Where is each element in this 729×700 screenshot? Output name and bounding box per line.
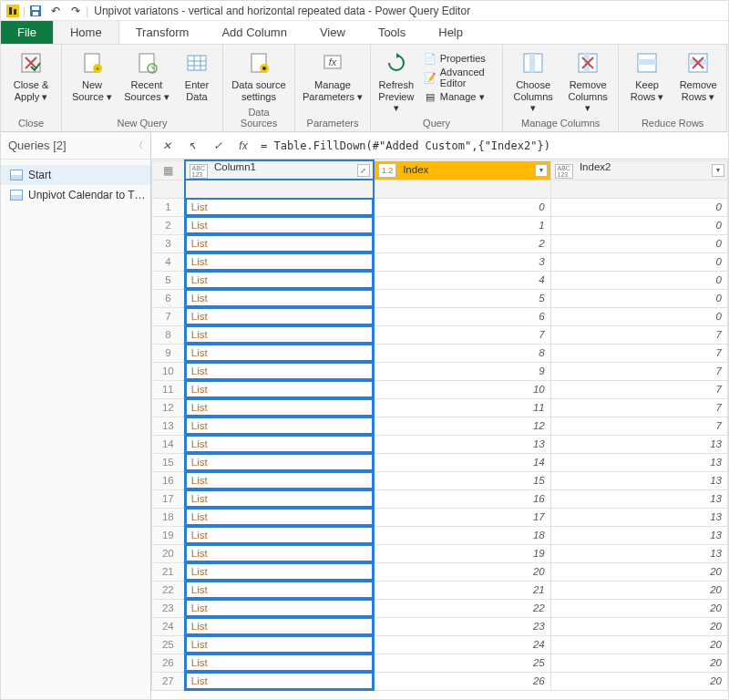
cell-column1[interactable]: List: [185, 252, 374, 271]
cell-index[interactable]: 8: [374, 344, 550, 362]
cell-index2[interactable]: 13: [550, 471, 727, 489]
cell-index[interactable]: 5: [374, 289, 550, 307]
table-row[interactable]: 24List2320: [152, 617, 728, 635]
recent-sources-button[interactable]: Recent Sources ▾: [124, 48, 169, 102]
cell-column1[interactable]: List: [185, 562, 374, 581]
type-icon[interactable]: ABC123: [555, 164, 573, 179]
cell-index2[interactable]: 20: [550, 635, 727, 654]
tab-add-column[interactable]: Add Column: [205, 21, 303, 44]
cell-column1[interactable]: List: [185, 508, 374, 526]
cell-index[interactable]: 25: [374, 654, 550, 672]
table-row[interactable]: 25List2420: [152, 635, 728, 654]
cell-index2[interactable]: 7: [550, 417, 727, 435]
cell-index2[interactable]: 0: [550, 252, 727, 271]
properties-button[interactable]: 📄Properties: [424, 52, 495, 65]
cell-index2[interactable]: 13: [550, 526, 727, 544]
cell-index2[interactable]: 7: [550, 398, 727, 417]
cell-column1[interactable]: List: [185, 307, 374, 325]
commit-formula-icon[interactable]: ✓: [208, 136, 228, 156]
table-row[interactable]: 4List30: [152, 252, 728, 271]
cell-index2[interactable]: 20: [550, 599, 727, 617]
row-number[interactable]: 3: [152, 234, 185, 252]
cell-column1[interactable]: List: [185, 544, 374, 562]
cell-index[interactable]: 22: [374, 599, 550, 617]
cell-index2[interactable]: 7: [550, 380, 727, 398]
cell-index[interactable]: 9: [374, 362, 550, 380]
table-row[interactable]: 1List00: [152, 198, 728, 216]
row-number[interactable]: 25: [152, 635, 185, 654]
cell-index[interactable]: 20: [374, 562, 550, 581]
cell-index[interactable]: 14: [374, 453, 550, 471]
cell-index2[interactable]: 20: [550, 562, 727, 581]
cell-index2[interactable]: 20: [550, 654, 727, 672]
table-row[interactable]: 22List2120: [152, 581, 728, 599]
table-row[interactable]: 13List127: [152, 417, 728, 435]
row-number[interactable]: 19: [152, 526, 185, 544]
table-row[interactable]: 9List87: [152, 344, 728, 362]
keep-rows-button[interactable]: Keep Rows ▾: [626, 48, 668, 102]
cell-index2[interactable]: 0: [550, 198, 727, 216]
row-number[interactable]: 16: [152, 471, 185, 489]
refresh-preview-button[interactable]: Refresh Preview ▾: [378, 48, 415, 114]
table-row[interactable]: 2List10: [152, 216, 728, 234]
cell-column1[interactable]: List: [185, 654, 374, 672]
table-row[interactable]: 18List1713: [152, 508, 728, 526]
table-row[interactable]: 12List117: [152, 398, 728, 417]
row-number[interactable]: 15: [152, 453, 185, 471]
cell-index[interactable]: 2: [374, 234, 550, 252]
table-row[interactable]: 21List2020: [152, 562, 728, 581]
cell-index[interactable]: 0: [374, 198, 550, 216]
cell-index[interactable]: 6: [374, 307, 550, 325]
collapse-queries-icon[interactable]: 〈: [134, 139, 143, 152]
cell-index[interactable]: 21: [374, 581, 550, 599]
data-grid[interactable]: ▦ ABC123 Column1 ⤢ 1.2 Index ▾: [151, 160, 728, 699]
column-header-index[interactable]: 1.2 Index ▾: [374, 160, 550, 180]
row-number[interactable]: 6: [152, 289, 185, 307]
type-icon[interactable]: ABC123: [190, 164, 208, 179]
cell-index2[interactable]: 7: [550, 362, 727, 380]
cell-index[interactable]: 24: [374, 635, 550, 654]
cell-index[interactable]: 1: [374, 216, 550, 234]
cell-column1[interactable]: List: [185, 635, 374, 654]
cell-index[interactable]: 17: [374, 508, 550, 526]
tab-tools[interactable]: Tools: [362, 21, 422, 44]
cell-index[interactable]: 3: [374, 252, 550, 271]
cell-column1[interactable]: List: [185, 672, 374, 690]
cell-column1[interactable]: List: [185, 617, 374, 635]
remove-columns-button[interactable]: Remove Columns ▾: [565, 48, 611, 114]
cell-column1[interactable]: List: [185, 234, 374, 252]
column-header-column1[interactable]: ABC123 Column1 ⤢: [185, 160, 374, 180]
row-number[interactable]: 18: [152, 508, 185, 526]
row-number[interactable]: 1: [152, 198, 185, 216]
cell-index2[interactable]: 20: [550, 672, 727, 690]
cell-column1[interactable]: List: [185, 453, 374, 471]
row-number[interactable]: 4: [152, 252, 185, 271]
advanced-editor-button[interactable]: 📝Advanced Editor: [424, 67, 495, 88]
cell-column1[interactable]: List: [185, 526, 374, 544]
row-number[interactable]: 27: [152, 672, 185, 690]
row-number[interactable]: 2: [152, 216, 185, 234]
table-row[interactable]: 20List1913: [152, 544, 728, 562]
row-number[interactable]: 24: [152, 617, 185, 635]
row-number[interactable]: 21: [152, 562, 185, 581]
cell-index[interactable]: 15: [374, 471, 550, 489]
query-item[interactable]: Start: [1, 165, 150, 185]
cell-column1[interactable]: List: [185, 581, 374, 599]
row-number[interactable]: 26: [152, 654, 185, 672]
cell-index2[interactable]: 20: [550, 581, 727, 599]
cell-index[interactable]: 23: [374, 617, 550, 635]
row-number[interactable]: 8: [152, 325, 185, 344]
table-row[interactable]: 15List1413: [152, 453, 728, 471]
table-row[interactable]: 11List107: [152, 380, 728, 398]
cell-index2[interactable]: 7: [550, 344, 727, 362]
table-row[interactable]: 23List2220: [152, 599, 728, 617]
cell-index[interactable]: 19: [374, 544, 550, 562]
column-filter-icon[interactable]: ▾: [712, 164, 724, 177]
row-header-corner[interactable]: ▦: [152, 160, 185, 180]
manage-query-button[interactable]: ▤Manage ▾: [424, 90, 495, 103]
cell-column1[interactable]: List: [185, 380, 374, 398]
tab-view[interactable]: View: [303, 21, 362, 44]
data-source-settings-button[interactable]: Data source settings: [231, 48, 287, 102]
row-number[interactable]: 14: [152, 435, 185, 453]
fx-icon[interactable]: fx: [233, 136, 253, 156]
